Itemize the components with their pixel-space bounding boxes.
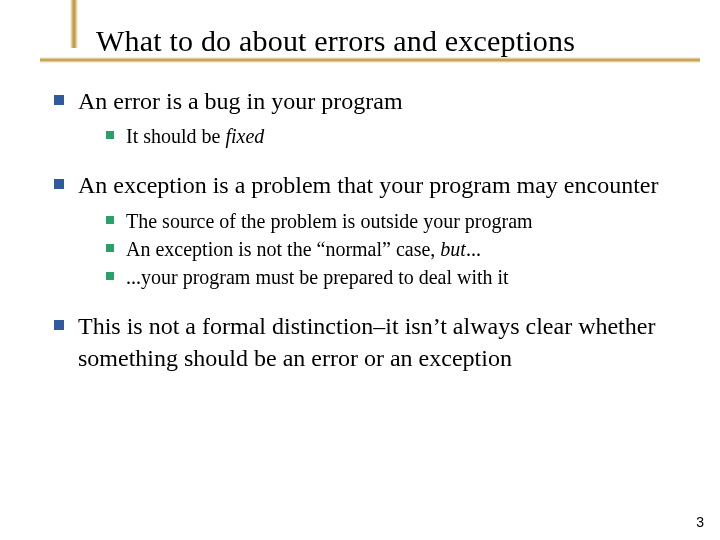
square-bullet-icon <box>106 272 114 280</box>
title-block: What to do about errors and exceptions <box>96 24 680 57</box>
bullet-level2: ...your program must be prepared to deal… <box>106 264 680 290</box>
title-accent-horizontal <box>40 57 700 63</box>
bullet-text: It should be fixed <box>126 123 264 149</box>
italic-text: but <box>440 238 466 260</box>
bullet-level1: An exception is a problem that your prog… <box>54 169 680 201</box>
bullet-text: An exception is a problem that your prog… <box>78 169 659 201</box>
bullet-level1: An error is a bug in your program <box>54 85 680 117</box>
bullet-text: This is not a formal distinction–it isn’… <box>78 310 680 375</box>
square-bullet-icon <box>54 95 64 105</box>
bullet-level2: It should be fixed <box>106 123 680 149</box>
text-fragment: An exception is not the “normal” case, <box>126 238 440 260</box>
bullet-text: An exception is not the “normal” case, b… <box>126 236 481 262</box>
text-fragment: ... <box>466 238 481 260</box>
square-bullet-icon <box>54 179 64 189</box>
bullet-level2: An exception is not the “normal” case, b… <box>106 236 680 262</box>
title-accent-vertical <box>70 0 78 48</box>
sub-bullet-group: The source of the problem is outside you… <box>106 208 680 290</box>
sub-bullet-group: It should be fixed <box>106 123 680 149</box>
square-bullet-icon <box>106 131 114 139</box>
bullet-text: The source of the problem is outside you… <box>126 208 533 234</box>
slide-title: What to do about errors and exceptions <box>96 24 680 57</box>
content-area: An error is a bug in your program It sho… <box>54 85 680 375</box>
square-bullet-icon <box>106 216 114 224</box>
italic-text: fixed <box>225 125 264 147</box>
slide: What to do about errors and exceptions A… <box>0 0 720 540</box>
bullet-level1: This is not a formal distinction–it isn’… <box>54 310 680 375</box>
square-bullet-icon <box>54 320 64 330</box>
page-number: 3 <box>696 514 704 530</box>
square-bullet-icon <box>106 244 114 252</box>
bullet-text: An error is a bug in your program <box>78 85 403 117</box>
bullet-text: ...your program must be prepared to deal… <box>126 264 509 290</box>
text-fragment: It should be <box>126 125 225 147</box>
bullet-level2: The source of the problem is outside you… <box>106 208 680 234</box>
